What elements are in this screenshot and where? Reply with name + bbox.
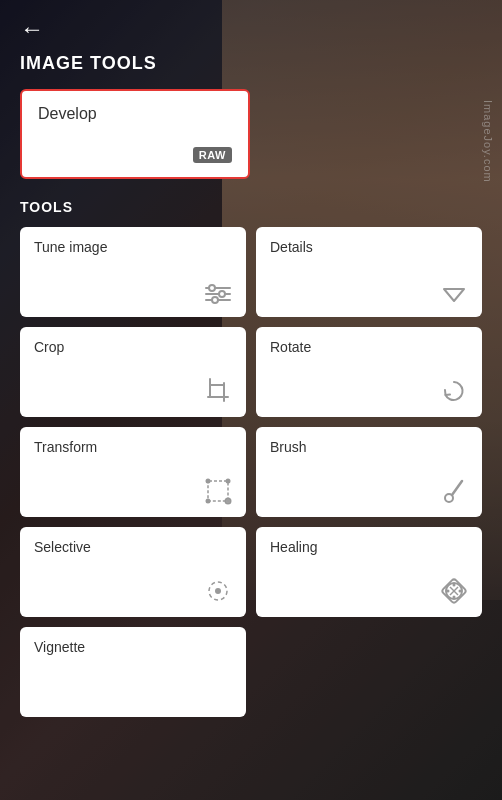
tool-name-healing: Healing [270,539,468,555]
transform-icon [204,477,232,505]
selective-icon [204,577,232,605]
svg-rect-11 [208,481,228,501]
tool-card-healing[interactable]: Healing [256,527,482,617]
develop-card-title: Develop [38,105,232,123]
back-button[interactable]: ← [20,15,44,43]
tool-card-brush[interactable]: Brush [256,427,482,517]
svg-point-27 [453,596,456,599]
tools-grid: Tune image Details [20,227,482,717]
raw-badge: RAW [193,147,232,163]
svg-line-18 [452,481,462,495]
svg-point-14 [206,499,211,504]
svg-point-12 [206,479,211,484]
tool-name-selective: Selective [34,539,232,555]
svg-point-29 [459,590,462,593]
tool-name-tune-image: Tune image [34,239,232,255]
tool-name-brush: Brush [270,439,468,455]
svg-point-19 [445,494,453,502]
tool-name-vignette: Vignette [34,639,232,655]
tool-card-details[interactable]: Details [256,227,482,317]
brush-icon [440,477,468,505]
crop-icon [204,377,232,405]
tool-card-selective[interactable]: Selective [20,527,246,617]
tool-name-transform: Transform [34,439,232,455]
svg-point-5 [212,297,218,303]
healing-icon [440,577,468,605]
tool-card-crop[interactable]: Crop [20,327,246,417]
tool-name-rotate: Rotate [270,339,468,355]
svg-marker-6 [444,289,464,301]
sliders-icon [204,283,232,305]
svg-point-13 [226,479,231,484]
tools-section-label: TOOLS [20,199,482,215]
watermark: ImageJoy.com [482,100,494,183]
tool-card-tune-image[interactable]: Tune image [20,227,246,317]
page-title: IMAGE TOOLS [20,53,482,74]
triangle-down-icon [440,283,468,305]
tool-card-transform[interactable]: Transform [20,427,246,517]
svg-point-3 [209,285,215,291]
tool-name-crop: Crop [34,339,232,355]
tool-name-details: Details [270,239,468,255]
tool-card-vignette[interactable]: Vignette [20,627,246,717]
svg-point-21 [215,588,221,594]
svg-point-28 [447,590,450,593]
svg-point-4 [219,291,225,297]
develop-card[interactable]: Develop RAW [20,89,250,179]
tool-card-rotate[interactable]: Rotate [256,327,482,417]
svg-point-26 [453,584,456,587]
rotate-icon [440,377,468,405]
